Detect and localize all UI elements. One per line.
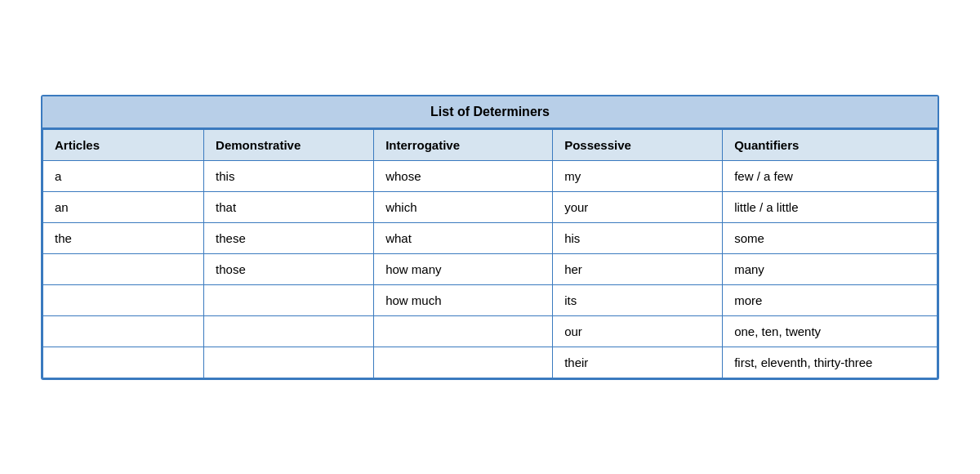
cell-r0-c4: few / a few <box>723 160 938 191</box>
header-interrogative: Interrogative <box>374 129 553 160</box>
cell-r3-c2: how many <box>374 253 553 284</box>
cell-r4-c3: its <box>553 284 723 315</box>
cell-r4-c0 <box>43 284 204 315</box>
cell-r6-c0 <box>43 347 204 378</box>
cell-r3-c0 <box>43 253 204 284</box>
cell-r3-c1: those <box>204 253 374 284</box>
cell-r6-c4: first, eleventh, thirty-three <box>723 347 938 378</box>
cell-r1-c3: your <box>553 191 723 222</box>
cell-r4-c2: how much <box>374 284 553 315</box>
cell-r0-c0: a <box>43 160 204 191</box>
cell-r1-c4: little / a little <box>723 191 938 222</box>
table-row: thosehow manyhermany <box>43 253 938 284</box>
cell-r6-c1 <box>204 347 374 378</box>
table-title: List of Determiners <box>42 96 938 129</box>
cell-r3-c3: her <box>553 253 723 284</box>
cell-r2-c1: these <box>204 222 374 253</box>
cell-r4-c4: more <box>723 284 938 315</box>
cell-r2-c2: what <box>374 222 553 253</box>
cell-r5-c1 <box>204 315 374 347</box>
cell-r6-c3: their <box>553 347 723 378</box>
header-quantifiers: Quantifiers <box>723 129 938 160</box>
cell-r3-c4: many <box>723 253 938 284</box>
cell-r2-c4: some <box>723 222 938 253</box>
cell-r2-c0: the <box>43 222 204 253</box>
cell-r0-c2: whose <box>374 160 553 191</box>
cell-r5-c0 <box>43 315 204 347</box>
header-possessive: Possessive <box>553 129 723 160</box>
table-row: anthatwhichyourlittle / a little <box>43 191 938 222</box>
cell-r5-c3: our <box>553 315 723 347</box>
header-row: ArticlesDemonstrativeInterrogativePosses… <box>43 129 938 160</box>
table-row: thethesewhathissome <box>43 222 938 253</box>
header-demonstrative: Demonstrative <box>204 129 374 160</box>
cell-r5-c4: one, ten, twenty <box>723 315 938 347</box>
table-row: ourone, ten, twenty <box>43 315 938 347</box>
cell-r5-c2 <box>374 315 553 347</box>
cell-r1-c1: that <box>204 191 374 222</box>
table-row: athiswhosemyfew / a few <box>43 160 938 191</box>
cell-r4-c1 <box>204 284 374 315</box>
table-row: theirfirst, eleventh, thirty-three <box>43 347 938 378</box>
cell-r1-c2: which <box>374 191 553 222</box>
cell-r6-c2 <box>374 347 553 378</box>
determiners-table: List of Determiners ArticlesDemonstrativ… <box>41 95 939 380</box>
cell-r1-c0: an <box>43 191 204 222</box>
header-articles: Articles <box>43 129 204 160</box>
cell-r0-c3: my <box>553 160 723 191</box>
table-row: how muchitsmore <box>43 284 938 315</box>
cell-r0-c1: this <box>204 160 374 191</box>
cell-r2-c3: his <box>553 222 723 253</box>
